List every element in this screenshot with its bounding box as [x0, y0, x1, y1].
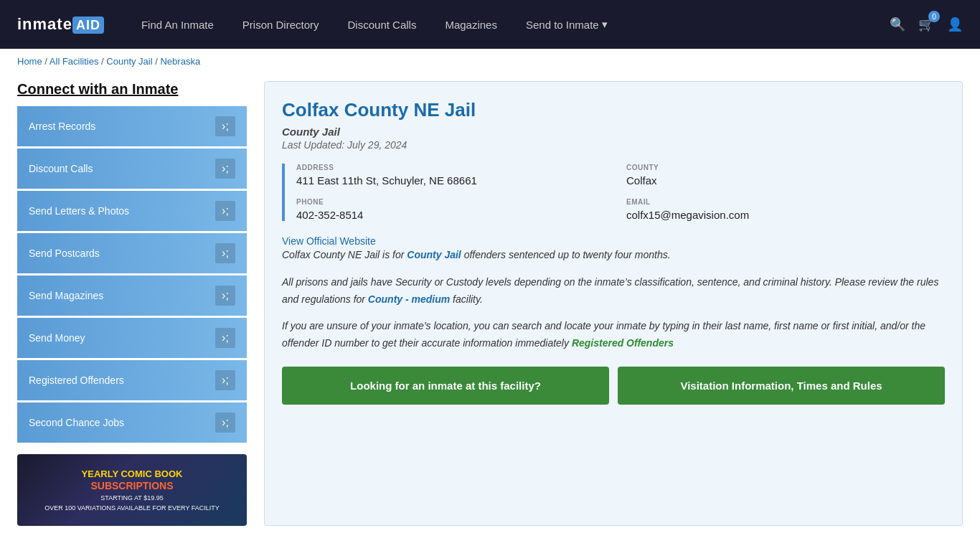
phone-label: PHONE	[296, 198, 615, 206]
find-inmate-button[interactable]: Looking for an inmate at this facility?	[282, 367, 609, 405]
nav-discount-calls[interactable]: Discount Calls	[348, 19, 417, 31]
email-label: EMAIL	[626, 198, 945, 206]
main-nav: Find An Inmate Prison Directory Discount…	[141, 18, 867, 31]
county-value: Colfax	[626, 174, 945, 187]
facility-info-grid: ADDRESS 411 East 11th St, Schuyler, NE 6…	[282, 164, 945, 221]
sidebar-label: Send Postcards	[29, 248, 100, 259]
header-icons: 🔍 🛒 0 👤	[890, 17, 963, 32]
county-block: COUNTY Colfax	[626, 164, 945, 187]
breadcrumb-state[interactable]: Nebraska	[160, 56, 200, 67]
sidebar-label: Send Letters & Photos	[29, 205, 129, 217]
facility-type: County Jail	[282, 126, 945, 138]
site-logo[interactable]: inmateAID	[17, 15, 104, 34]
sidebar-label: Arrest Records	[29, 121, 95, 132]
county-medium-link[interactable]: County - medium	[368, 293, 450, 305]
sidebar-label: Registered Offenders	[29, 375, 124, 386]
sidebar-item-send-money[interactable]: Send Money ›;	[17, 318, 247, 358]
email-block: EMAIL colfx15@megavision.com	[626, 198, 945, 221]
chevron-right-icon: ›;	[215, 116, 235, 136]
sidebar-item-second-chance-jobs[interactable]: Second Chance Jobs ›;	[17, 402, 247, 443]
sidebar-label: Send Money	[29, 332, 85, 344]
county-jail-link[interactable]: County Jail	[407, 249, 461, 260]
chevron-right-icon: ›;	[215, 328, 235, 348]
chevron-right-icon: ›;	[215, 413, 235, 433]
facility-desc-1: Colfax County NE Jail is for County Jail…	[282, 247, 945, 264]
sidebar-label: Send Magazines	[29, 290, 103, 301]
ad-line3: STARTING AT $19.95	[100, 494, 163, 501]
phone-value: 402-352-8514	[296, 209, 615, 221]
chevron-right-icon: ›;	[215, 201, 235, 221]
email-value: colfx15@megavision.com	[626, 209, 945, 221]
bottom-buttons: Looking for an inmate at this facility? …	[282, 367, 945, 405]
main-content: Connect with an Inmate Arrest Records ›;…	[0, 74, 980, 533]
sidebar-title: Connect with an Inmate	[17, 81, 247, 98]
address-label: ADDRESS	[296, 164, 615, 171]
user-icon[interactable]: 👤	[947, 17, 963, 32]
chevron-right-icon: ›;	[215, 159, 235, 179]
phone-block: PHONE 402-352-8514	[296, 198, 615, 221]
sidebar-item-discount-calls[interactable]: Discount Calls ›;	[17, 149, 247, 189]
ad-line4: OVER 100 VARIATIONS AVAILABLE FOR EVERY …	[44, 504, 220, 512]
sidebar-label: Discount Calls	[29, 163, 93, 174]
visitation-info-button[interactable]: Visitation Information, Times and Rules	[618, 367, 945, 405]
nav-find-inmate[interactable]: Find An Inmate	[141, 19, 214, 31]
sidebar-item-arrest-records[interactable]: Arrest Records ›;	[17, 106, 247, 146]
sidebar-item-registered-offenders[interactable]: Registered Offenders ›;	[17, 360, 247, 400]
breadcrumb-county-jail[interactable]: County Jail	[106, 56, 152, 67]
breadcrumb: Home / All Facilities / County Jail / Ne…	[0, 49, 980, 74]
facility-name: Colfax County NE Jail	[282, 99, 945, 121]
sidebar: Connect with an Inmate Arrest Records ›;…	[17, 81, 247, 526]
nav-magazines[interactable]: Magazines	[445, 19, 497, 31]
chevron-right-icon: ›;	[215, 243, 235, 263]
sidebar-item-send-postcards[interactable]: Send Postcards ›;	[17, 233, 247, 273]
cart-icon[interactable]: 🛒 0	[918, 17, 934, 32]
search-icon[interactable]: 🔍	[890, 17, 905, 32]
facility-desc-3: If you are unsure of your inmate’s locat…	[282, 318, 945, 352]
ad-line2: SUBSCRIPTIONS	[90, 480, 173, 491]
chevron-right-icon: ›;	[215, 286, 235, 306]
ad-banner[interactable]: YEARLY COMIC BOOK SUBSCRIPTIONS STARTING…	[17, 454, 247, 526]
county-label: COUNTY	[626, 164, 945, 171]
facility-updated: Last Updated: July 29, 2024	[282, 139, 945, 151]
address-value: 411 East 11th St, Schuyler, NE 68661	[296, 174, 615, 187]
facility-panel: Colfax County NE Jail County Jail Last U…	[264, 81, 963, 526]
chevron-right-icon: ›;	[215, 370, 235, 390]
address-block: ADDRESS 411 East 11th St, Schuyler, NE 6…	[296, 164, 615, 187]
cart-badge: 0	[928, 11, 940, 22]
logo-inmate: inmateAID	[17, 15, 104, 34]
sidebar-item-send-magazines[interactable]: Send Magazines ›;	[17, 276, 247, 316]
view-website-link[interactable]: View Official Website	[282, 235, 945, 247]
ad-line1: YEARLY COMIC BOOK	[82, 468, 183, 480]
site-header: inmateAID Find An Inmate Prison Director…	[0, 0, 980, 49]
sidebar-item-send-letters[interactable]: Send Letters & Photos ›;	[17, 191, 247, 231]
nav-prison-directory[interactable]: Prison Directory	[242, 19, 319, 31]
registered-offenders-link[interactable]: Registered Offenders	[572, 337, 674, 349]
breadcrumb-home[interactable]: Home	[17, 56, 42, 67]
breadcrumb-facilities[interactable]: All Facilities	[50, 56, 99, 67]
nav-send-to-inmate[interactable]: Send to Inmate ▾	[526, 18, 608, 31]
sidebar-label: Second Chance Jobs	[29, 417, 124, 428]
facility-desc-2: All prisons and jails have Security or C…	[282, 274, 945, 309]
